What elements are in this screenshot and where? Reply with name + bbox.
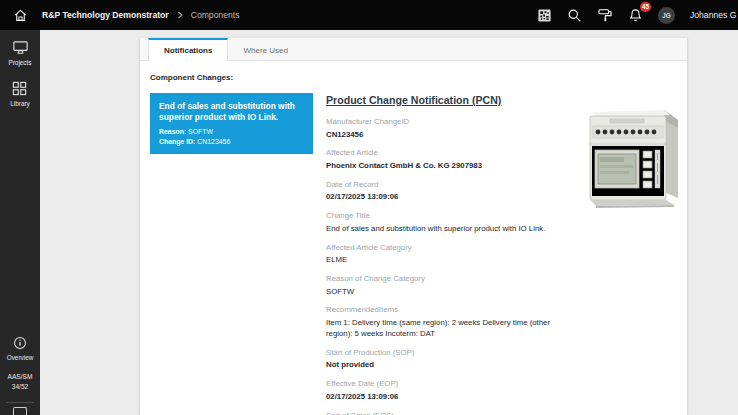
sidebar: Projects Library Overview AAS/S [0, 30, 40, 415]
pcn-field: End of Sales (EOS)2022-08-01 [326, 411, 564, 415]
tab-notifications[interactable]: Notifications [148, 38, 228, 61]
notification-count-badge: 45 [640, 2, 651, 12]
user-name[interactable]: Johannes G [690, 10, 738, 20]
field-value: SOFTW [326, 287, 564, 298]
aas-sm-line2: 34/52 [8, 382, 33, 393]
datamatrix-icon [537, 8, 552, 23]
projects-monitor-icon [12, 40, 29, 55]
content-card: Notifications Where Used Component Chang… [140, 38, 687, 415]
pcn-field: Effective Date (EOP)02/17/2025 13:09:06 [326, 379, 564, 402]
pcn-field: Date of Record02/17/2025 13:09:06 [326, 180, 564, 203]
pcn-heading: Product Change Notification (PCN) [326, 94, 564, 106]
breadcrumb: R&P Technology Demonstrator Components [42, 10, 239, 20]
notification-title: End of sales and substitution with super… [159, 101, 304, 123]
notification-card-selected[interactable]: End of sales and substitution with super… [150, 93, 313, 154]
search-button[interactable] [567, 8, 582, 23]
field-value: 02/17/2025 13:09:06 [326, 392, 564, 403]
pcn-fields: Manufacturer ChangeIDCN123456Affected Ar… [326, 117, 564, 415]
pcn-field: Change TitleEnd of sales and substitutio… [326, 211, 564, 234]
chevron-right-icon [176, 11, 184, 19]
field-value: ELME [326, 255, 564, 266]
sidebar-item-label: Overview [7, 354, 34, 361]
field-label: End of Sales (EOS) [326, 411, 564, 415]
field-label: Affected Article [326, 148, 564, 157]
product-image-wrap [586, 93, 686, 214]
sidebar-divider [6, 402, 34, 403]
field-value: End of sales and substitution with super… [326, 224, 564, 235]
tabstrip: Notifications Where Used [140, 38, 687, 61]
info-icon [13, 336, 27, 350]
change-id-label: Change ID: [159, 138, 195, 145]
paint-roller-icon [597, 7, 613, 23]
reason-value: SOFTW [188, 128, 213, 135]
field-value: Not provided [326, 360, 564, 371]
field-label: Manufacturer ChangeID [326, 117, 564, 126]
pcn-detail: Product Change Notification (PCN) Manufa… [326, 93, 564, 415]
pcn-field: RecommendedItemsItem 1: Delivery time (s… [326, 305, 564, 339]
pcn-field: Start of Production (SOP)Not provided [326, 348, 564, 371]
pcn-field: Reason of Change CategorySOFTW [326, 274, 564, 297]
sidebar-item-overview[interactable]: Overview [7, 336, 34, 361]
field-value: Phoenix Contact GmbH & Co. KG 2907983 [326, 161, 564, 172]
field-label: Start of Production (SOP) [326, 348, 564, 357]
section-label: Component Changes: [150, 73, 677, 82]
search-icon [567, 8, 582, 23]
library-grid-icon [12, 81, 27, 96]
reason-label: Reason: [159, 128, 186, 135]
field-value: 02/17/2025 13:09:06 [326, 192, 564, 203]
sidebar-partial-icon[interactable] [13, 407, 27, 415]
change-id-value: CN123456 [197, 138, 230, 145]
card-body: Component Changes: End of sales and subs… [140, 61, 687, 415]
pcn-field: Affected ArticlePhoenix Contact GmbH & C… [326, 148, 564, 171]
tab-where-used[interactable]: Where Used [228, 38, 302, 60]
field-label: Change Title [326, 211, 564, 220]
sidebar-item-label: Projects [8, 59, 31, 66]
field-label: RecommendedItems [326, 305, 564, 314]
theme-painter-button[interactable] [597, 7, 613, 23]
notification-change-id: Change ID: CN123456 [159, 137, 304, 147]
topbar: R&P Technology Demonstrator Components [0, 0, 738, 30]
field-label: Affected Article Category [326, 243, 564, 252]
sidebar-item-library[interactable]: Library [10, 81, 30, 107]
product-photo-energy-meter [586, 98, 686, 210]
breadcrumb-page: Components [191, 10, 240, 20]
home-icon [13, 8, 28, 23]
field-value: CN123456 [326, 130, 564, 141]
sidebar-item-label: Library [10, 100, 30, 107]
field-label: Reason of Change Category [326, 274, 564, 283]
main-area: Notifications Where Used Component Chang… [40, 30, 738, 415]
breadcrumb-app[interactable]: R&P Technology Demonstrator [42, 10, 169, 20]
field-label: Date of Record [326, 180, 564, 189]
aas-sm-counter: AAS/SM 34/52 [8, 372, 33, 393]
aas-sm-line1: AAS/SM [8, 372, 33, 383]
notifications-button[interactable]: 45 [628, 8, 643, 23]
sidebar-item-projects[interactable]: Projects [8, 40, 31, 66]
user-avatar[interactable]: JG [658, 7, 675, 24]
topbar-actions: 45 JG Johannes G [537, 7, 738, 24]
pcn-field: Manufacturer ChangeIDCN123456 [326, 117, 564, 140]
notification-reason: Reason: SOFTW [159, 127, 304, 137]
field-value: Item 1: Delivery time (same region): 2 w… [326, 318, 564, 340]
home-button[interactable] [0, 8, 40, 23]
scan-datamatrix-button[interactable] [537, 8, 552, 23]
sidebar-bottom: Overview AAS/SM 34/52 [0, 336, 40, 415]
pcn-field: Affected Article CategoryELME [326, 243, 564, 266]
notification-list: End of sales and substitution with super… [150, 93, 313, 154]
field-label: Effective Date (EOP) [326, 379, 564, 388]
